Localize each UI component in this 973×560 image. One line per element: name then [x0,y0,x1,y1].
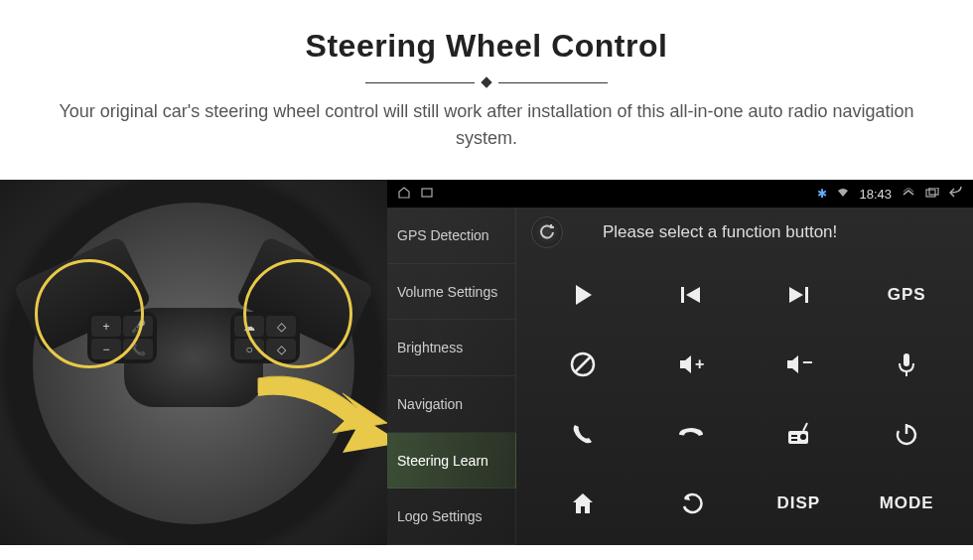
radio-button[interactable] [748,401,851,466]
function-grid: GPS + − [516,257,973,545]
svg-rect-15 [791,439,797,441]
mic-button[interactable] [855,332,958,396]
sidebar-item-volume-settings[interactable]: Volume Settings [387,264,516,321]
back-button[interactable] [639,471,743,535]
settings-content: Please select a function button! GPS [516,208,973,545]
svg-rect-4 [805,287,808,303]
main-content: + 🎤 − 📞 ☁ ◇ ○ ◇ [0,180,973,545]
svg-line-12 [803,423,807,431]
head-unit-screen: ✱ 18:43 GPS Detection Volume Settin [387,180,973,545]
disp-button[interactable]: DISP [748,471,851,535]
volume-down-button[interactable]: − [748,332,851,396]
home-icon[interactable] [397,187,411,201]
home-button[interactable] [531,471,634,535]
volume-up-button[interactable]: + [639,332,743,396]
bluetooth-icon: ✱ [817,187,827,201]
svg-rect-3 [681,287,684,303]
page-title: Steering Wheel Control [20,28,953,65]
svg-rect-9 [904,353,909,366]
next-track-button[interactable] [748,262,851,327]
sidebar-item-logo-settings[interactable]: Logo Settings [387,489,516,545]
end-call-button[interactable] [639,401,743,466]
page-subtitle: Your original car's steering wheel contr… [50,98,923,152]
sidebar-item-brightness[interactable]: Brightness [387,320,516,376]
divider [20,78,953,86]
highlight-circle-right [243,259,352,368]
svg-rect-14 [791,435,797,437]
svg-point-13 [800,434,806,440]
recent-icon[interactable] [421,188,433,200]
svg-line-6 [575,356,591,372]
mute-button[interactable] [531,332,634,396]
header: Steering Wheel Control Your original car… [0,0,973,162]
svg-rect-0 [422,189,432,197]
sidebar-item-navigation[interactable]: Navigation [387,376,516,433]
highlight-circle-left [35,259,144,368]
back-icon[interactable] [949,187,963,201]
mode-button[interactable]: MODE [855,471,958,535]
clock-time: 18:43 [859,187,892,202]
settings-sidebar: GPS Detection Volume Settings Brightness… [387,208,516,545]
refresh-button[interactable] [531,216,563,248]
play-button[interactable] [531,262,634,327]
window-icon[interactable] [925,188,939,200]
svg-rect-1 [926,190,935,197]
sidebar-item-gps-detection[interactable]: GPS Detection [387,208,516,264]
expand-icon[interactable] [902,188,915,200]
arrow-icon [248,358,387,488]
content-header: Please select a function button! [516,208,973,257]
prev-track-button[interactable] [639,262,743,327]
sidebar-item-steering-learn[interactable]: Steering Learn [387,433,516,490]
svg-text:−: − [802,352,813,372]
settings-body: GPS Detection Volume Settings Brightness… [387,208,973,545]
wifi-icon [837,188,849,200]
instruction-text: Please select a function button! [603,222,837,242]
power-button[interactable] [855,401,958,466]
svg-rect-2 [929,188,938,195]
steering-wheel-photo: + 🎤 − 📞 ☁ ◇ ○ ◇ [0,180,387,545]
svg-text:+: + [695,355,704,372]
android-status-bar: ✱ 18:43 [387,180,973,208]
answer-call-button[interactable] [531,401,634,466]
gps-button[interactable]: GPS [855,262,958,327]
